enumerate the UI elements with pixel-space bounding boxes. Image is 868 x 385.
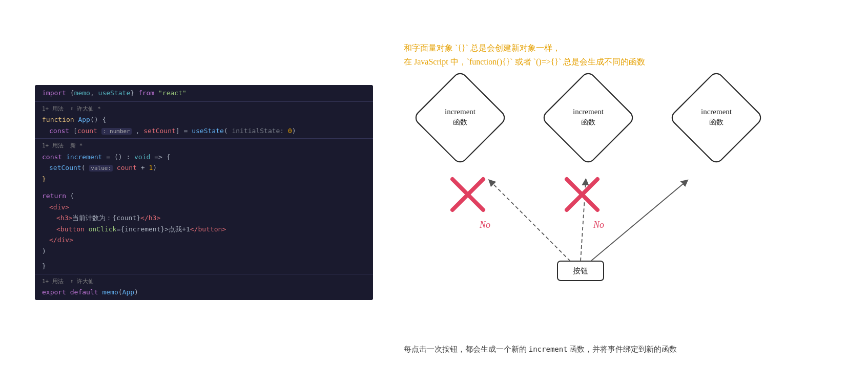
increment-close: }: [35, 174, 373, 185]
div-close: </div>: [35, 234, 373, 246]
svg-text:increment: increment: [445, 108, 476, 116]
function-decl: function App() {: [35, 114, 373, 125]
section-app-function: 1+ 用法 ⬆ 许大仙 * function App() { const [co…: [35, 102, 373, 139]
svg-text:按钮: 按钮: [573, 267, 588, 275]
annotation-line2: 在 JavaScript 中，`function(){}` 或者 `()=>{}…: [404, 55, 645, 69]
const-decl: const [count : number , setCount] = useS…: [35, 125, 373, 137]
section-close: }: [35, 259, 373, 274]
svg-text:increment: increment: [701, 108, 732, 116]
app-close: }: [35, 261, 373, 272]
increment-decl: const increment = () : void => {: [35, 152, 373, 163]
meta-2: 1+ 用法 新 *: [35, 141, 373, 152]
svg-text:increment: increment: [573, 108, 604, 116]
section-export: 1+ 用法 ⬆ 许大仙 export default memo(App): [35, 274, 373, 300]
section-return: return ( <div> <h3>当前计数为：{count}</h3> <b…: [35, 186, 373, 259]
bottom-note-mono: increment: [529, 345, 568, 353]
meta-3: 1+ 用法 ⬆ 许大仙: [35, 276, 373, 287]
annotation: 和字面量对象 `{}` 总是会创建新对象一样， 在 JavaScript 中，`…: [404, 41, 645, 69]
svg-text:函数: 函数: [581, 118, 595, 126]
div-open: <div>: [35, 202, 373, 213]
diagram-panel: 和字面量对象 `{}` 总是会创建新对象一样， 在 JavaScript 中，`…: [373, 0, 868, 385]
import-names: {: [70, 89, 74, 97]
setcount-call: setCount( value: count + 1): [35, 162, 373, 174]
svg-text:No: No: [593, 220, 604, 230]
diagram-svg: increment 函数 increment 函数 increment 函数 按…: [388, 72, 860, 333]
return-close: ): [35, 246, 373, 257]
import-keyword: import: [42, 89, 70, 97]
return-stmt: return (: [35, 190, 373, 202]
export-line: export default memo(App): [35, 287, 373, 298]
svg-text:函数: 函数: [453, 118, 467, 126]
bottom-note: 每点击一次按钮，都会生成一个新的 increment 函数，并将事件绑定到新的函…: [404, 345, 677, 354]
svg-text:函数: 函数: [709, 118, 724, 126]
section-increment: 1+ 用法 新 * const increment = () : void =>…: [35, 139, 373, 186]
svg-line-11: [491, 182, 570, 261]
svg-text:No: No: [479, 220, 490, 230]
bottom-note-after: 函数，并将事件绑定到新的函数: [568, 345, 677, 353]
meta-1: 1+ 用法 ⬆ 许大仙 *: [35, 104, 373, 115]
svg-line-13: [591, 182, 686, 261]
bottom-note-before: 每点击一次按钮，都会生成一个新的: [404, 345, 529, 353]
import-line: import {memo, useState} from "react": [35, 85, 373, 101]
h3-line: <h3>当前计数为：{count}</h3>: [35, 212, 373, 224]
button-line: <button onClick={increment}>点我+1</button…: [35, 224, 373, 235]
annotation-line1: 和字面量对象 `{}` 总是会创建新对象一样，: [404, 41, 645, 55]
code-panel: import {memo, useState} from "react" 1+ …: [35, 85, 373, 300]
